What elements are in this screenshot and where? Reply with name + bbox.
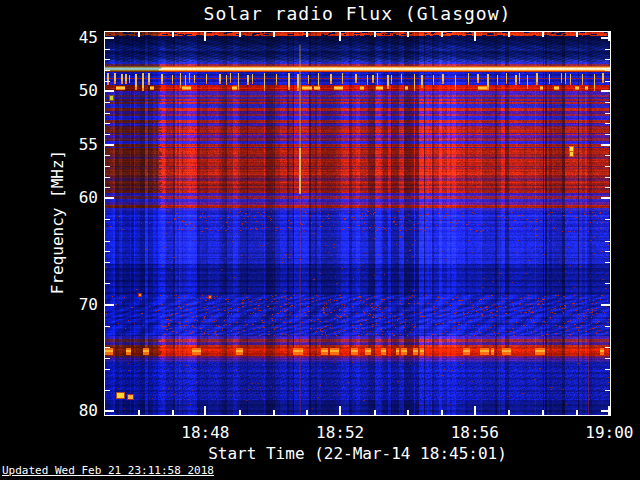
spectrogram-heatmap (105, 32, 610, 415)
y-axis-label: Frequency [MHz] (48, 150, 67, 295)
y-tick-label: 55 (52, 136, 98, 154)
solar-radio-spectrogram-window: Solar radio Flux (Glasgow) Frequency [MH… (0, 0, 640, 480)
updated-timestamp: Updated Wed Feb 21 23:11:58 2018 (2, 464, 214, 477)
x-tick-label: 19:00 (564, 423, 640, 442)
y-tick-label: 70 (52, 296, 98, 314)
x-axis-label: Start Time (22-Mar-14 18:45:01) (105, 444, 610, 463)
y-tick-label: 80 (52, 402, 98, 420)
x-tick-label: 18:52 (295, 423, 385, 442)
y-tick-label: 60 (52, 189, 98, 207)
chart-title: Solar radio Flux (Glasgow) (105, 3, 610, 24)
x-tick-label: 18:48 (160, 423, 250, 442)
y-tick-label: 45 (52, 29, 98, 47)
x-tick-label: 18:56 (430, 423, 520, 442)
y-tick-label: 50 (52, 82, 98, 100)
